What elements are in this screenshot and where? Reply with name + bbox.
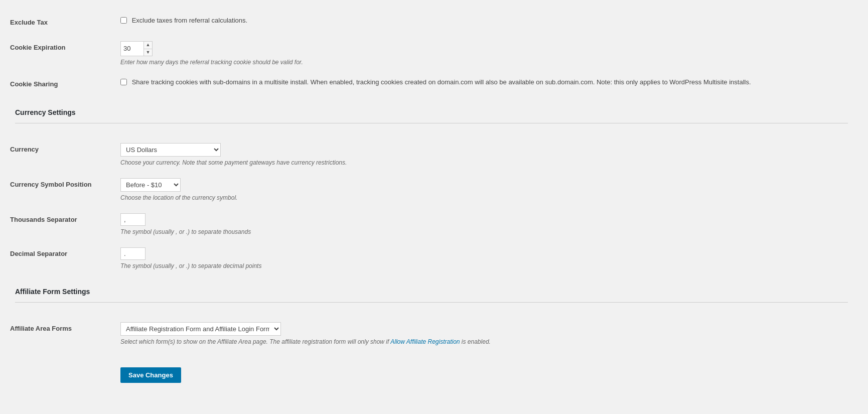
currency-row: Currency US Dollars Euro British Pound C… <box>10 137 853 172</box>
currency-settings-section-row: Currency Settings <box>10 96 853 137</box>
cookie-expiration-spin-up[interactable]: ▲ <box>144 42 152 49</box>
cookie-sharing-label: Cookie Sharing <box>10 72 115 97</box>
currency-symbol-position-label: Currency Symbol Position <box>10 172 115 207</box>
affiliate-area-forms-label: Affiliate Area Forms <box>10 316 115 351</box>
affiliate-form-settings-header: Affiliate Form Settings <box>15 282 848 300</box>
thousands-separator-field: The symbol (usually , or .) to separate … <box>115 207 853 241</box>
decimal-separator-field: The symbol (usually , or .) to separate … <box>115 241 853 275</box>
decimal-separator-row: Decimal Separator The symbol (usually , … <box>10 241 853 275</box>
cookie-expiration-spin-buttons: ▲ ▼ <box>143 42 152 56</box>
thousands-separator-label: Thousands Separator <box>10 207 115 241</box>
cookie-sharing-field: Share tracking cookies with sub-domains … <box>115 72 853 97</box>
decimal-separator-description: The symbol (usually , or .) to separate … <box>120 262 848 269</box>
affiliate-area-forms-description: Select which form(s) to show on the Affi… <box>120 338 848 345</box>
affiliate-form-settings-section-row: Affiliate Form Settings <box>10 275 853 316</box>
cookie-sharing-checkbox-label[interactable]: Share tracking cookies with sub-domains … <box>120 78 751 85</box>
cookie-sharing-checkbox-text: Share tracking cookies with sub-domains … <box>132 78 751 86</box>
currency-settings-section-cell: Currency Settings <box>10 96 853 137</box>
currency-symbol-position-description: Choose the location of the currency symb… <box>120 194 848 201</box>
currency-field: US Dollars Euro British Pound Canadian D… <box>115 137 853 172</box>
exclude-tax-checkbox-label[interactable]: Exclude taxes from referral calculations… <box>120 16 247 24</box>
currency-description: Choose your currency. Note that some pay… <box>120 159 848 166</box>
settings-form-table: Exclude Tax Exclude taxes from referral … <box>10 10 853 389</box>
affiliate-area-forms-row: Affiliate Area Forms Affiliate Registrat… <box>10 316 853 351</box>
save-changes-row: Save Changes <box>10 351 853 389</box>
exclude-tax-field: Exclude taxes from referral calculations… <box>115 10 853 35</box>
cookie-expiration-description: Enter how many days the referral trackin… <box>120 59 848 66</box>
cookie-expiration-field: ▲ ▼ Enter how many days the referral tra… <box>115 35 853 72</box>
save-changes-field: Save Changes <box>115 351 853 389</box>
decimal-separator-label: Decimal Separator <box>10 241 115 275</box>
affiliate-forms-desc-before: Select which form(s) to show on the Affi… <box>120 338 390 345</box>
thousands-separator-description: The symbol (usually , or .) to separate … <box>120 228 848 235</box>
exclude-tax-label: Exclude Tax <box>10 10 115 35</box>
thousands-separator-row: Thousands Separator The symbol (usually … <box>10 207 853 241</box>
affiliate-area-forms-select[interactable]: Affiliate Registration Form and Affiliat… <box>120 322 281 336</box>
currency-symbol-position-row: Currency Symbol Position Before - $10 Af… <box>10 172 853 207</box>
affiliate-form-settings-divider <box>15 302 848 303</box>
exclude-tax-checkbox-text: Exclude taxes from referral calculations… <box>132 17 247 24</box>
currency-select[interactable]: US Dollars Euro British Pound Canadian D… <box>120 143 221 157</box>
cookie-expiration-number-wrap: ▲ ▼ <box>120 41 153 56</box>
cookie-expiration-input[interactable] <box>121 43 143 54</box>
settings-page: Exclude Tax Exclude taxes from referral … <box>0 0 868 409</box>
save-changes-button[interactable]: Save Changes <box>120 367 181 383</box>
affiliate-area-forms-field: Affiliate Registration Form and Affiliat… <box>115 316 853 351</box>
currency-settings-header: Currency Settings <box>15 102 848 120</box>
affiliate-form-settings-section-cell: Affiliate Form Settings <box>10 275 853 316</box>
currency-symbol-position-field: Before - $10 After - 10$ Choose the loca… <box>115 172 853 207</box>
cookie-expiration-row: Cookie Expiration ▲ ▼ Enter how many day… <box>10 35 853 72</box>
save-changes-label-cell <box>10 351 115 389</box>
decimal-separator-input[interactable] <box>120 247 146 260</box>
affiliate-forms-desc-after: is enabled. <box>460 338 491 345</box>
currency-symbol-position-select[interactable]: Before - $10 After - 10$ <box>120 178 181 192</box>
thousands-separator-input[interactable] <box>120 213 146 226</box>
exclude-tax-checkbox[interactable] <box>120 17 127 24</box>
currency-settings-divider <box>15 123 848 123</box>
cookie-expiration-label: Cookie Expiration <box>10 35 115 72</box>
cookie-expiration-spin-down[interactable]: ▼ <box>144 49 152 56</box>
currency-label: Currency <box>10 137 115 172</box>
exclude-tax-row: Exclude Tax Exclude taxes from referral … <box>10 10 853 35</box>
cookie-sharing-checkbox[interactable] <box>120 79 127 85</box>
cookie-sharing-row: Cookie Sharing Share tracking cookies wi… <box>10 72 853 97</box>
allow-affiliate-registration-link[interactable]: Allow Affiliate Registration <box>390 338 460 345</box>
